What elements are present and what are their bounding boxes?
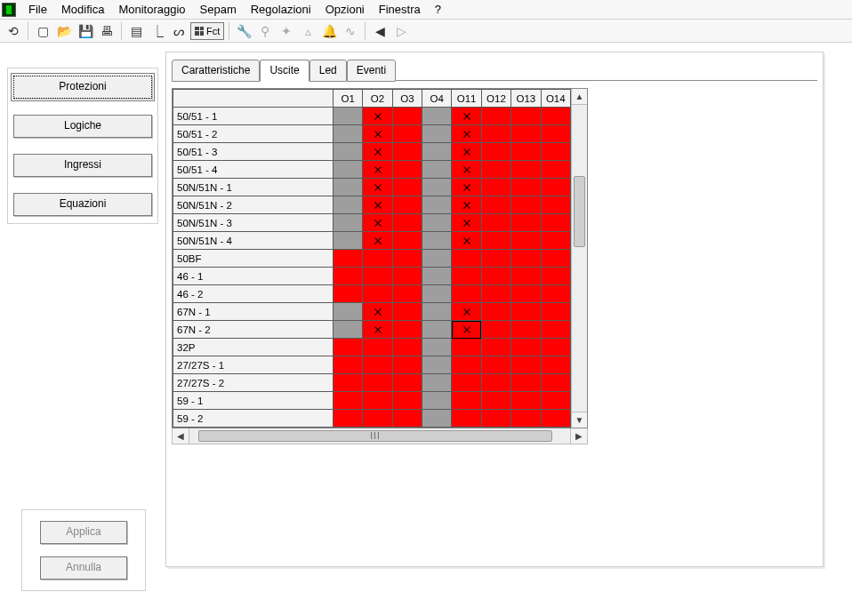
row-50n-51n-4[interactable]: 50N/51N - 4 — [173, 232, 334, 250]
grid-cell[interactable] — [481, 214, 510, 232]
grid-cell[interactable] — [334, 232, 363, 250]
grid-cell[interactable] — [511, 196, 541, 214]
grid-cell[interactable] — [452, 268, 481, 285]
grid-cell[interactable] — [511, 392, 541, 410]
grid-cell[interactable] — [481, 268, 510, 285]
grid-cell[interactable] — [481, 250, 510, 268]
grid-cell[interactable] — [452, 374, 481, 392]
grid-cell[interactable] — [422, 410, 452, 428]
scroll-left-icon[interactable]: ◀ — [173, 428, 189, 444]
grid-cell[interactable] — [541, 179, 570, 196]
grid-cell[interactable] — [541, 410, 570, 428]
grid-cell[interactable] — [452, 410, 481, 428]
grid-cell[interactable] — [481, 339, 510, 356]
grid-cell[interactable] — [363, 392, 392, 410]
grid-cell[interactable] — [392, 214, 422, 232]
grid-cell[interactable] — [392, 161, 422, 179]
col-O12[interactable]: O12 — [481, 90, 510, 108]
row-67n-1[interactable]: 67N - 1 — [173, 303, 334, 321]
grid-cell[interactable] — [511, 303, 541, 321]
grid-cell[interactable] — [363, 410, 392, 428]
col-O4[interactable]: O4 — [422, 90, 452, 108]
grid-cell[interactable] — [334, 303, 363, 321]
nav-logiche[interactable]: Logiche — [13, 115, 152, 138]
grid-cell[interactable] — [452, 285, 481, 303]
menu-opzioni[interactable]: Opzioni — [318, 1, 372, 18]
grid-cell[interactable] — [392, 374, 422, 392]
row-50-51-3[interactable]: 50/51 - 3 — [173, 143, 334, 161]
scroll-track[interactable]: III — [189, 428, 571, 444]
grid-cell[interactable] — [392, 410, 422, 428]
row-50n-51n-1[interactable]: 50N/51N - 1 — [173, 179, 334, 196]
grid-cell[interactable] — [334, 179, 363, 196]
grid-cell[interactable] — [392, 392, 422, 410]
grid-cell[interactable] — [363, 303, 392, 321]
grid-cell[interactable] — [481, 232, 510, 250]
grid-cell[interactable] — [511, 321, 541, 339]
grid-cell[interactable] — [334, 285, 363, 303]
grid-cell[interactable] — [422, 179, 452, 196]
grid-cell[interactable] — [363, 143, 392, 161]
grid-cell[interactable] — [541, 321, 570, 339]
grid-cell[interactable] — [422, 161, 452, 179]
grid-cell[interactable] — [452, 356, 481, 374]
grid-cell[interactable] — [363, 179, 392, 196]
grid-cell[interactable] — [452, 143, 481, 161]
col-O2[interactable]: O2 — [363, 90, 392, 108]
grid-cell[interactable] — [334, 161, 363, 179]
grid-cell[interactable] — [541, 303, 570, 321]
row-50-51-2[interactable]: 50/51 - 2 — [173, 125, 334, 143]
grid-cell[interactable] — [511, 410, 541, 428]
grid-cell[interactable] — [334, 410, 363, 428]
grid-cell[interactable] — [541, 161, 570, 179]
scroll-down-icon[interactable]: ▼ — [572, 412, 587, 428]
grid-cell[interactable] — [422, 303, 452, 321]
row-32p[interactable]: 32P — [173, 339, 334, 356]
grid-cell[interactable] — [422, 374, 452, 392]
grid-cell[interactable] — [452, 321, 481, 339]
menu-monitoraggio[interactable]: Monitoraggio — [111, 1, 192, 18]
grid-cell[interactable] — [422, 268, 452, 285]
grid-cell[interactable] — [392, 196, 422, 214]
col-O3[interactable]: O3 — [392, 90, 422, 108]
grid-cell[interactable] — [392, 321, 422, 339]
grid-cell[interactable] — [422, 125, 452, 143]
row-27-27s-2[interactable]: 27/27S - 2 — [173, 374, 334, 392]
grid-cell[interactable] — [422, 232, 452, 250]
grid-cell[interactable] — [334, 250, 363, 268]
grid-cell[interactable] — [392, 285, 422, 303]
grid-cell[interactable] — [541, 285, 570, 303]
nav-protezioni[interactable]: Protezioni — [13, 76, 152, 99]
grid-cell[interactable] — [363, 232, 392, 250]
grid-cell[interactable] — [422, 392, 452, 410]
print-icon[interactable]: 🖶 — [97, 21, 117, 41]
grid-cell[interactable] — [481, 392, 510, 410]
grid-cell[interactable] — [481, 356, 510, 374]
grid-cell[interactable] — [334, 196, 363, 214]
grid-cell[interactable] — [511, 161, 541, 179]
grid-cell[interactable] — [363, 108, 392, 125]
grid-cell[interactable] — [452, 125, 481, 143]
grid-cell[interactable] — [363, 196, 392, 214]
menu-file[interactable]: File — [21, 1, 54, 18]
grid-cell[interactable] — [541, 250, 570, 268]
grid-cell[interactable] — [541, 125, 570, 143]
flag-left-icon[interactable]: ◀ — [370, 21, 390, 41]
nav-ingressi[interactable]: Ingressi — [13, 154, 152, 177]
diagram-icon[interactable]: ᔕ — [169, 21, 189, 41]
grid-cell[interactable] — [392, 268, 422, 285]
open-icon[interactable]: 📂 — [54, 21, 74, 41]
grid-cell[interactable] — [392, 232, 422, 250]
grid-cell[interactable] — [392, 108, 422, 125]
grid-cell[interactable] — [481, 125, 510, 143]
grid-cell[interactable] — [481, 303, 510, 321]
grid-cell[interactable] — [334, 268, 363, 285]
row-67n-2[interactable]: 67N - 2 — [173, 321, 334, 339]
row-50n-51n-3[interactable]: 50N/51N - 3 — [173, 214, 334, 232]
grid-cell[interactable] — [334, 356, 363, 374]
grid-cell[interactable] — [452, 179, 481, 196]
scroll-up-icon[interactable]: ▲ — [572, 89, 587, 105]
grid-cell[interactable] — [541, 108, 570, 125]
grid-cell[interactable] — [541, 356, 570, 374]
grid-cell[interactable] — [511, 374, 541, 392]
